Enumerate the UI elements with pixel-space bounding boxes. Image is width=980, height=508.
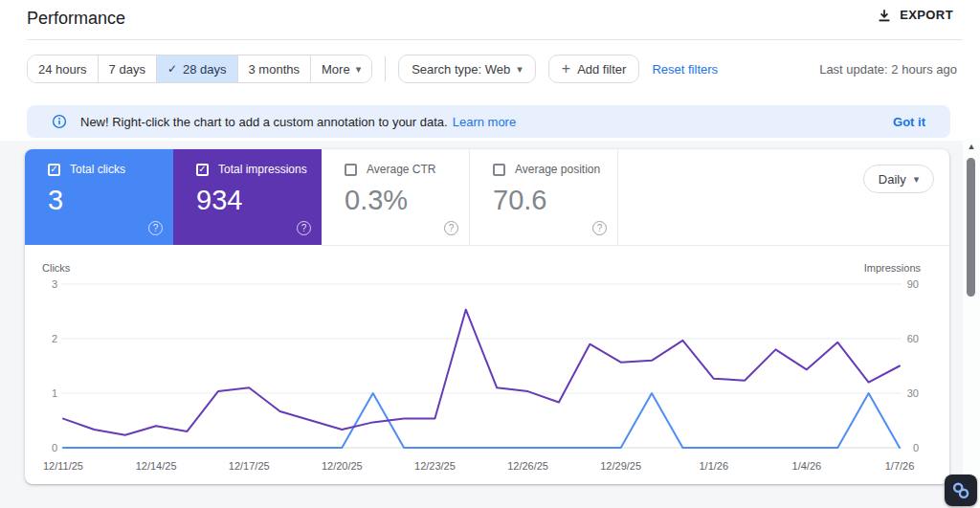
metric-label: Average position	[515, 163, 600, 176]
metric-value: 934	[196, 185, 322, 216]
metric-label: Total impressions	[218, 163, 307, 176]
right-axis-tick: 0	[913, 442, 919, 453]
got-it-button[interactable]: Got it	[893, 115, 925, 129]
date-range-selector: 24 hours7 days✓28 days3 monthsMore▾	[27, 55, 372, 83]
search-type-button[interactable]: Search type: Web ▾	[398, 55, 536, 83]
x-axis-date-label: 1/4/26	[792, 460, 822, 472]
date-range-label: 7 days	[109, 62, 145, 77]
download-icon	[878, 9, 891, 22]
date-range-label: 28 days	[183, 62, 227, 77]
right-axis-tick: 30	[907, 387, 919, 399]
chevron-down-icon: ▾	[914, 174, 920, 185]
metric-value: 70.6	[493, 185, 617, 216]
right-axis-tick: 90	[907, 278, 919, 290]
checkbox-checked-icon[interactable]: ✓	[196, 164, 209, 176]
search-type-label: Search type: Web	[412, 62, 510, 77]
header-divider	[27, 39, 963, 40]
help-icon[interactable]: ?	[148, 221, 163, 235]
metric-card-header: ✓Total clicks	[48, 163, 173, 176]
date-range-label: 3 months	[249, 62, 300, 77]
help-icon[interactable]: ?	[592, 221, 607, 235]
right-axis-tick: 60	[907, 333, 919, 344]
date-range-24-hours[interactable]: 24 hours	[28, 55, 99, 82]
metric-card-header: Average CTR	[345, 163, 469, 176]
checkbox-unchecked-icon[interactable]	[493, 164, 505, 176]
metric-row-divider	[322, 245, 949, 246]
x-axis-date-label: 12/29/25	[600, 460, 641, 472]
checkbox-unchecked-icon[interactable]	[345, 164, 357, 176]
metric-card-total-clicks[interactable]: ✓Total clicks3?	[25, 149, 173, 245]
x-axis-date-label: 12/20/25	[322, 460, 363, 472]
date-range-3-months[interactable]: 3 months	[238, 55, 311, 82]
date-range-label: 24 hours	[38, 62, 87, 77]
right-axis-label: Impressions	[864, 262, 922, 274]
metric-value: 0.3%	[345, 185, 469, 216]
export-button[interactable]: EXPORT	[878, 8, 953, 22]
filter-group-divider	[385, 56, 386, 81]
x-axis-date-label: 12/17/25	[229, 460, 270, 472]
link-widget-button[interactable]	[945, 475, 977, 506]
annotation-banner: New! Right-click the chart to add a cust…	[27, 105, 950, 138]
x-axis-date-label: 12/11/25	[43, 460, 83, 472]
learn-more-link[interactable]: Learn more	[453, 115, 516, 129]
page-title: Performance	[27, 9, 125, 29]
reset-filters-link[interactable]: Reset filters	[652, 62, 718, 77]
x-axis-date-label: 12/23/25	[414, 460, 456, 472]
metric-card-header: ✓Total impressions	[196, 163, 322, 176]
export-label: EXPORT	[900, 8, 953, 22]
banner-text: New! Right-click the chart to add a cust…	[80, 115, 448, 129]
metric-card-header: Average position	[493, 163, 617, 176]
x-axis-date-label: 1/7/26	[885, 460, 915, 472]
help-icon[interactable]: ?	[297, 221, 311, 235]
impressions-line	[63, 310, 900, 435]
link-icon	[949, 479, 972, 502]
last-update-text: Last update: 2 hours ago	[819, 62, 957, 77]
metric-label: Total clicks	[70, 163, 125, 176]
metric-label: Average CTR	[367, 163, 435, 176]
left-axis-label: Clicks	[42, 262, 71, 274]
scrollbar-up-arrow[interactable]: ▲	[966, 142, 977, 151]
scrollbar-thumb[interactable]	[967, 158, 975, 297]
metric-card-average-position[interactable]: Average position70.6?	[470, 149, 618, 245]
x-axis-date-label: 12/14/25	[136, 460, 177, 472]
add-filter-label: Add filter	[577, 62, 626, 77]
date-range-label: More	[322, 62, 350, 77]
add-filter-button[interactable]: + Add filter	[548, 55, 640, 83]
x-axis-date-label: 12/26/25	[507, 460, 548, 472]
info-icon	[52, 114, 67, 129]
metric-value: 3	[48, 185, 173, 216]
checkbox-checked-icon[interactable]: ✓	[48, 164, 60, 176]
granularity-label: Daily	[879, 172, 906, 187]
chevron-down-icon: ▾	[517, 64, 523, 75]
metric-card-average-ctr[interactable]: Average CTR0.3%?	[322, 149, 470, 245]
clicks-line	[63, 393, 900, 448]
metric-card-total-impressions[interactable]: ✓Total impressions934?	[173, 149, 322, 245]
date-range-more[interactable]: More▾	[311, 55, 371, 82]
performance-chart[interactable]: 01230306090ClicksImpressions12/11/2512/1…	[29, 256, 947, 482]
left-axis-tick: 3	[52, 278, 57, 290]
check-icon: ✓	[167, 62, 177, 76]
filter-row: 24 hours7 days✓28 days3 monthsMore▾ Sear…	[27, 55, 957, 83]
x-axis-date-label: 1/1/26	[699, 460, 728, 472]
chevron-down-icon: ▾	[356, 64, 362, 75]
search-console-performance-page: Performance EXPORT 24 hours7 days✓28 day…	[0, 0, 980, 508]
help-icon[interactable]: ?	[444, 221, 458, 235]
plus-icon: +	[562, 61, 570, 77]
date-range-28-days[interactable]: ✓28 days	[157, 55, 238, 82]
left-axis-tick: 2	[52, 333, 57, 344]
granularity-dropdown[interactable]: Daily ▾	[863, 165, 934, 193]
left-axis-tick: 1	[52, 387, 57, 399]
left-axis-tick: 0	[52, 442, 57, 453]
date-range-7-days[interactable]: 7 days	[99, 55, 157, 82]
